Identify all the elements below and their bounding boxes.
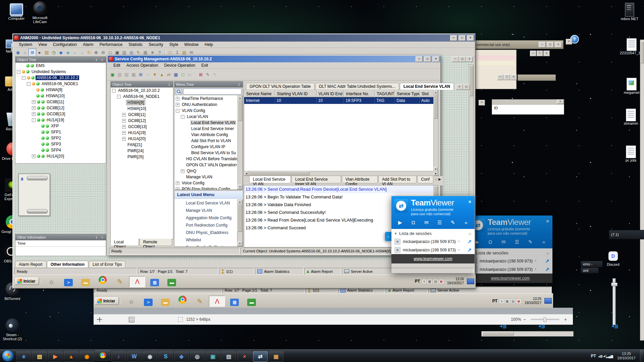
tree-item[interactable]: +HU1A[19] <box>111 130 173 136</box>
back-icon[interactable]: ← <box>71 49 78 56</box>
control-panel-icon[interactable]: ▦ <box>147 278 162 288</box>
import-icon[interactable]: ▼ <box>151 71 158 78</box>
media-player-icon[interactable]: ▶ <box>48 351 63 362</box>
tree-item[interactable]: -AN5516-06_NODE1 <box>111 94 173 100</box>
start-button[interactable]: Iniciar <box>15 278 39 285</box>
list-icon[interactable]: ≡ <box>149 49 156 56</box>
vlc-icon[interactable]: ▲ <box>64 351 78 362</box>
notes-icon[interactable]: ▦ <box>142 49 149 56</box>
file-explorer-icon[interactable]: ▤ <box>32 351 47 362</box>
collapse-icon[interactable]: - <box>117 95 121 99</box>
teamviewer-icon[interactable]: ⇄ <box>253 351 268 362</box>
tab-list-of-error-tips[interactable]: List of Error Tips <box>89 261 125 268</box>
internet-explorer-icon[interactable]: e <box>16 351 31 362</box>
close-icon[interactable]: × <box>100 236 104 239</box>
maximize-button[interactable]: □ <box>504 74 510 80</box>
tab-list-button[interactable]: □ <box>463 84 470 90</box>
clock[interactable]: 13:2519/10/2017 <box>523 297 543 305</box>
scrollbar-horizontal[interactable] <box>481 331 574 337</box>
tree-item[interactable]: Bind Service VLAN to Su <box>174 150 238 156</box>
chevron-down-icon[interactable]: ▼ <box>458 248 460 251</box>
maximize-button[interactable]: □ <box>459 35 466 41</box>
tree-item[interactable]: +PON Flow Statistics Config <box>174 186 238 189</box>
video-call-icon[interactable]: ▶ <box>393 220 407 226</box>
scrollbar-vertical[interactable] <box>640 40 644 341</box>
chat-icon[interactable]: ✉ <box>497 239 511 245</box>
expand-icon[interactable]: + <box>176 187 179 190</box>
session-item[interactable]: ☻mickaelparaizo (198 509 873)▼↗ <box>468 257 552 265</box>
tab-scroll-right-icon[interactable]: ▶ <box>438 176 443 182</box>
zoom-slider[interactable] <box>531 319 559 320</box>
menu-item[interactable]: Statistic <box>125 42 146 47</box>
minimize-button[interactable]: — <box>497 74 503 80</box>
move-tool-icon[interactable] <box>97 317 102 322</box>
speaker-icon[interactable]: ◄))) <box>610 323 618 328</box>
tree-item[interactable]: SFP2 <box>15 135 106 141</box>
clipboard-up-icon[interactable]: ▤ <box>43 49 50 56</box>
show-desktop-button[interactable] <box>640 350 643 362</box>
close-button[interactable]: × <box>566 39 572 45</box>
messenger-icon[interactable]: ◆ <box>174 351 189 362</box>
pin-icon[interactable]: ↧ <box>174 49 181 56</box>
expand-icon[interactable]: + <box>122 137 126 141</box>
child-close-button[interactable]: × <box>466 56 473 62</box>
chat-icon[interactable]: ✉ <box>420 220 433 226</box>
volume-icon[interactable]: ◄) <box>602 354 606 358</box>
close-button[interactable]: × <box>467 35 474 41</box>
display-icon[interactable]: ▦ <box>427 279 432 284</box>
network-icon[interactable]: ▂▄▆ <box>606 354 612 358</box>
topology-icon[interactable]: ⊞ <box>29 49 36 56</box>
gear-icon[interactable]: ☼ <box>546 250 550 255</box>
doc-new-icon[interactable]: □ <box>179 71 186 78</box>
tree-item[interactable]: EMS <box>15 63 106 69</box>
tab-scroll-left-icon[interactable]: ◁ <box>434 176 438 182</box>
file-manager-icon[interactable]: ▬ <box>78 278 93 288</box>
tab-alarm-report[interactable]: Alarm Report <box>15 261 46 268</box>
scrollbar-thumb[interactable] <box>434 95 438 119</box>
start-button[interactable] <box>2 350 14 362</box>
folder-sync-icon[interactable]: ⇄ <box>165 71 172 78</box>
collapse-icon[interactable]: - <box>17 70 20 74</box>
session-item[interactable]: ☻mickaelparaizo (198 509 873)▼↗ <box>391 237 475 246</box>
connect-arrow-icon[interactable]: ↗ <box>467 239 472 245</box>
tree-item[interactable]: +GC8B[12] <box>111 118 173 124</box>
column-header[interactable]: Service Type <box>395 90 420 97</box>
tree-item[interactable]: +HU1A[20] <box>15 153 106 159</box>
menu-item[interactable]: Window <box>181 42 202 47</box>
scroll-left-icon[interactable]: ◀ <box>244 171 249 176</box>
collapse-icon[interactable]: - <box>22 76 25 80</box>
teamviewer-header[interactable]: ⇄ TeamViewer Licença gratuita (somentepa… <box>391 196 475 217</box>
record-icon[interactable]: ◉ <box>438 279 444 284</box>
tree-item[interactable]: -Local VLAN <box>174 114 238 120</box>
tab-olt-mac-addr-table-undivided-systems[interactable]: OLT MAC Addr Table:Undivided Systems... <box>315 83 399 90</box>
settings-icon[interactable]: ☼ <box>21 49 29 56</box>
system-tools-icon[interactable]: ☼ <box>123 296 139 306</box>
tab-other-information[interactable]: Other Information <box>47 261 88 268</box>
latest-used-menu-item[interactable]: Manage VLAN <box>174 207 238 214</box>
expand-icon[interactable]: + <box>176 181 179 185</box>
powershell-icon[interactable]: ≻ <box>141 297 156 307</box>
export-icon[interactable]: ▲ <box>158 71 165 78</box>
tree-item[interactable]: +HU1A[20] <box>111 136 173 142</box>
tree-item[interactable]: -AN5516-06_NODE1 <box>15 81 106 87</box>
scrollbar-thumb[interactable] <box>469 65 473 96</box>
tree-item[interactable]: +GC8B[11] <box>15 99 106 105</box>
monitor-icon[interactable]: ◎ <box>128 49 135 56</box>
expand-icon[interactable]: + <box>32 106 36 110</box>
pin-icon[interactable]: ↧ <box>94 236 99 239</box>
chrome-icon[interactable] <box>175 294 190 305</box>
session-item[interactable]: ☻mickaelparaizo (198 509 873)▼↗ <box>468 265 552 274</box>
close-button[interactable]: × <box>432 56 439 62</box>
latest-used-scrollbar[interactable]: ▲ ▼ <box>237 199 243 246</box>
table-check-icon[interactable]: ▣ <box>109 71 116 78</box>
status-alarm-report[interactable]: Alarm Report <box>304 268 341 275</box>
menu-item[interactable]: Configuration <box>50 42 80 47</box>
alarm-icon[interactable]: ◆ <box>57 49 64 56</box>
audio-icon[interactable]: ◉ <box>14 49 21 56</box>
background-window-titlebar[interactable]: (7.1) × <box>609 230 644 239</box>
close-button[interactable]: × <box>511 74 517 80</box>
child-maximize-button[interactable]: □ <box>459 56 466 62</box>
doc-send-icon[interactable]: ▷ <box>186 71 194 78</box>
start-button[interactable]: Iniciar <box>95 297 119 305</box>
menu-item[interactable]: Performance <box>97 42 126 47</box>
